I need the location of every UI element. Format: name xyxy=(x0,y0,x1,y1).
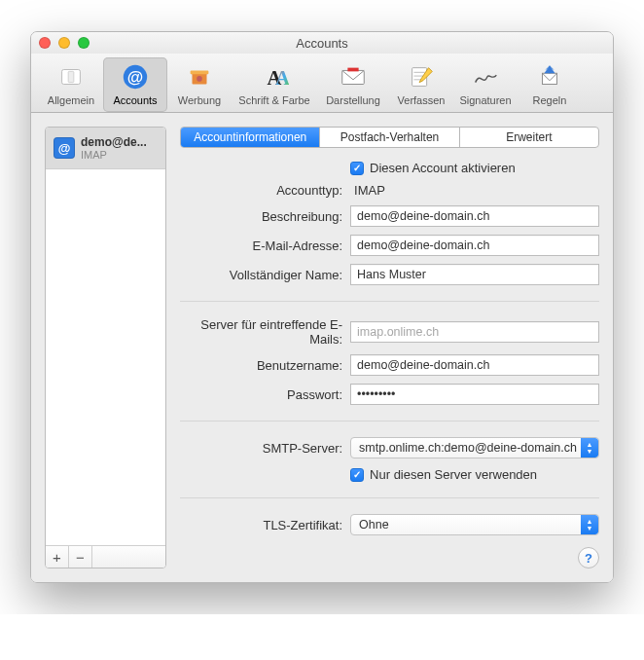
password-input[interactable] xyxy=(350,384,599,405)
account-name: demo@de... xyxy=(81,135,147,149)
toolbar-fonts[interactable]: A A Schrift & Farbe xyxy=(232,57,317,112)
description-input[interactable] xyxy=(350,205,599,227)
email-input[interactable] xyxy=(350,235,599,256)
enable-account-label: Diesen Account aktivieren xyxy=(370,161,516,175)
toolbar-label: Accounts xyxy=(113,94,157,106)
tab-account-info[interactable]: Accountinformationen xyxy=(181,128,320,147)
tls-cert-select[interactable]: Ohne ▲▼ xyxy=(350,514,599,535)
username-input[interactable] xyxy=(350,354,599,376)
svg-text:@: @ xyxy=(127,68,143,87)
check-icon: ✓ xyxy=(350,162,364,175)
rules-icon xyxy=(534,61,565,92)
toolbar-rules[interactable]: Regeln xyxy=(518,57,582,112)
divider xyxy=(180,421,599,422)
trash-icon xyxy=(184,61,215,92)
toolbar-viewing[interactable]: Darstellung xyxy=(317,57,389,112)
svg-text:A: A xyxy=(275,67,289,89)
check-icon: ✓ xyxy=(350,468,364,482)
toolbar-accounts[interactable]: @ Accounts xyxy=(103,57,167,112)
help-button[interactable]: ? xyxy=(578,547,599,568)
accounts-sidebar: @ demo@de... IMAP + − xyxy=(45,127,166,568)
description-label: Beschreibung: xyxy=(180,209,350,224)
enable-account-checkbox[interactable]: ✓ Diesen Account aktivieren xyxy=(350,161,516,175)
svg-rect-10 xyxy=(347,68,358,72)
account-form: ✓ Diesen Account aktivieren Accounttyp: … xyxy=(180,160,599,568)
account-detail-pane: Accountinformationen Postfach-Verhalten … xyxy=(180,127,599,568)
account-type-value: IMAP xyxy=(350,183,385,198)
toolbar-label: Darstellung xyxy=(326,94,380,106)
account-list[interactable]: @ demo@de... IMAP xyxy=(46,128,165,545)
smtp-server-select[interactable]: smtp.onlime.ch:demo@deine-domain.ch ▲▼ xyxy=(350,437,599,458)
account-tabs: Accountinformationen Postfach-Verhalten … xyxy=(180,127,599,148)
zoom-window-button[interactable] xyxy=(78,37,89,49)
incoming-server-input xyxy=(350,321,599,343)
toolbar-label: Signaturen xyxy=(459,94,511,106)
smtp-server-value: smtp.onlime.ch:demo@deine-domain.ch xyxy=(359,441,577,455)
tab-mailbox-behavior[interactable]: Postfach-Verhalten xyxy=(320,128,459,147)
divider xyxy=(180,301,599,302)
toolbar-signatures[interactable]: Signaturen xyxy=(453,57,518,112)
tab-advanced[interactable]: Erweitert xyxy=(460,128,598,147)
smtp-server-label: SMTP-Server: xyxy=(180,441,350,456)
toolbar-label: Werbung xyxy=(178,94,221,106)
svg-rect-1 xyxy=(68,71,74,82)
tls-cert-label: TLS-Zertifikat: xyxy=(180,518,350,532)
use-only-this-server-label: Nur diesen Server verwenden xyxy=(370,467,537,482)
font-icon: A A xyxy=(259,61,290,92)
close-window-button[interactable] xyxy=(39,37,51,49)
window-title: Accounts xyxy=(31,36,613,51)
toolbar-label: Regeln xyxy=(533,94,567,106)
add-account-button[interactable]: + xyxy=(46,546,69,568)
account-type-label: Accounttyp: xyxy=(180,183,350,198)
username-label: Benutzername: xyxy=(180,358,350,373)
updown-icon: ▲▼ xyxy=(581,438,598,458)
signature-icon xyxy=(470,61,501,92)
titlebar[interactable]: Accounts xyxy=(31,32,613,54)
toolbar-junk[interactable]: Werbung xyxy=(167,57,232,112)
svg-rect-9 xyxy=(342,70,365,84)
at-icon: @ xyxy=(54,137,75,159)
at-icon: @ xyxy=(120,61,151,92)
account-list-item[interactable]: @ demo@de... IMAP xyxy=(46,128,165,169)
toolbar-general[interactable]: Allgemein xyxy=(39,57,103,112)
password-label: Passwort: xyxy=(180,387,350,402)
svg-point-6 xyxy=(197,76,202,82)
sidebar-footer: + − xyxy=(46,545,165,568)
account-type: IMAP xyxy=(81,149,147,161)
preferences-toolbar: Allgemein @ Accounts Werbung A A Schrift… xyxy=(31,54,613,113)
toolbar-label: Verfassen xyxy=(398,94,446,106)
toolbar-compose[interactable]: Verfassen xyxy=(389,57,453,112)
window-controls xyxy=(39,37,89,49)
svg-rect-5 xyxy=(191,70,209,74)
minimize-window-button[interactable] xyxy=(58,37,70,49)
switch-icon xyxy=(55,61,87,92)
divider xyxy=(180,497,599,498)
use-only-this-server-checkbox[interactable]: ✓ Nur diesen Server verwenden xyxy=(350,467,537,482)
toolbar-label: Allgemein xyxy=(48,94,94,106)
toolbar-label: Schrift & Farbe xyxy=(238,94,309,106)
fullname-label: Vollständiger Name: xyxy=(180,268,350,282)
tls-cert-value: Ohne xyxy=(359,518,389,532)
incoming-server-label: Server für eintreffende E-Mails: xyxy=(180,317,350,347)
envelope-icon xyxy=(338,61,369,92)
email-label: E-Mail-Adresse: xyxy=(180,238,350,253)
paper-pencil-icon xyxy=(406,61,437,92)
content-area: @ demo@de... IMAP + − Accountinformation… xyxy=(31,113,613,582)
preferences-window: Accounts Allgemein @ Accounts Werbung A xyxy=(30,31,614,583)
updown-icon: ▲▼ xyxy=(581,515,598,534)
remove-account-button[interactable]: − xyxy=(69,546,92,568)
fullname-input[interactable] xyxy=(350,264,599,285)
